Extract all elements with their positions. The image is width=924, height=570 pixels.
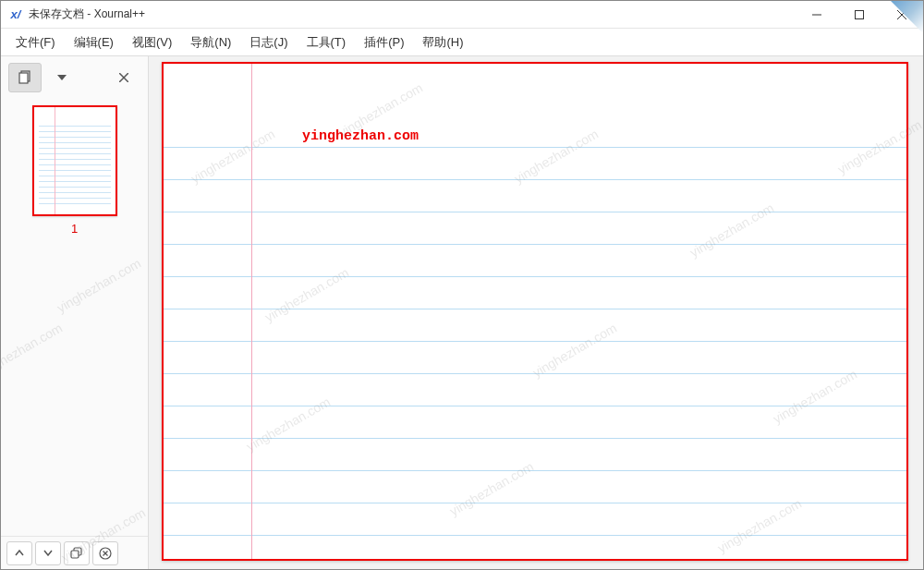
minimize-button[interactable] xyxy=(796,1,838,28)
chevron-down-icon xyxy=(43,550,53,556)
menu-bar: 文件(F) 编辑(E) 视图(V) 导航(N) 日志(J) 工具(T) 插件(P… xyxy=(1,29,923,56)
sidebar-close-button[interactable] xyxy=(107,63,140,92)
svg-rect-5 xyxy=(19,73,28,83)
maximize-button[interactable] xyxy=(838,1,881,28)
thumbnail-list: 1 xyxy=(1,98,148,536)
workspace: 1 xyxy=(1,56,923,569)
chevron-down-icon xyxy=(57,75,67,80)
ruled-lines xyxy=(164,147,906,559)
thumbnail-item: 1 xyxy=(1,105,148,236)
close-icon xyxy=(119,73,128,82)
chevron-up-icon xyxy=(15,550,24,556)
page-number-label: 1 xyxy=(71,222,78,236)
page-canvas[interactable]: yinghezhan.com xyxy=(162,62,908,561)
menu-tools[interactable]: 工具(T) xyxy=(298,30,356,55)
duplicate-button[interactable] xyxy=(64,541,90,565)
remove-circle-icon xyxy=(99,547,112,560)
menu-journal[interactable]: 日志(J) xyxy=(240,30,297,55)
sidebar-footer xyxy=(1,536,148,569)
pages-icon xyxy=(18,70,32,85)
canvas-watermark: yinghezhan.com xyxy=(302,128,419,144)
sidebar-toolbar xyxy=(1,56,148,98)
menu-navigate[interactable]: 导航(N) xyxy=(181,30,240,55)
canvas-area[interactable]: yinghezhan.com xyxy=(149,56,923,569)
app-icon: x/ xyxy=(8,7,23,22)
window-title: 未保存文档 - Xournal++ xyxy=(29,6,145,22)
delete-button[interactable] xyxy=(92,541,118,565)
menu-plugins[interactable]: 插件(P) xyxy=(355,30,413,55)
dropdown-button[interactable] xyxy=(45,63,79,92)
move-up-button[interactable] xyxy=(6,541,32,565)
svg-rect-10 xyxy=(71,551,79,558)
menu-edit[interactable]: 编辑(E) xyxy=(65,30,123,55)
svg-rect-1 xyxy=(856,10,864,18)
title-bar: x/ 未保存文档 - Xournal++ xyxy=(1,1,923,29)
sidebar: 1 xyxy=(1,56,149,569)
svg-marker-6 xyxy=(57,75,67,80)
copy-icon xyxy=(70,547,83,560)
menu-help[interactable]: 帮助(H) xyxy=(413,30,472,55)
move-down-button[interactable] xyxy=(35,541,61,565)
page-thumbnail-1[interactable] xyxy=(32,105,117,216)
menu-file[interactable]: 文件(F) xyxy=(6,30,65,55)
menu-view[interactable]: 视图(V) xyxy=(123,30,181,55)
thumbnail-view-button[interactable] xyxy=(8,63,42,92)
margin-line xyxy=(251,64,252,559)
